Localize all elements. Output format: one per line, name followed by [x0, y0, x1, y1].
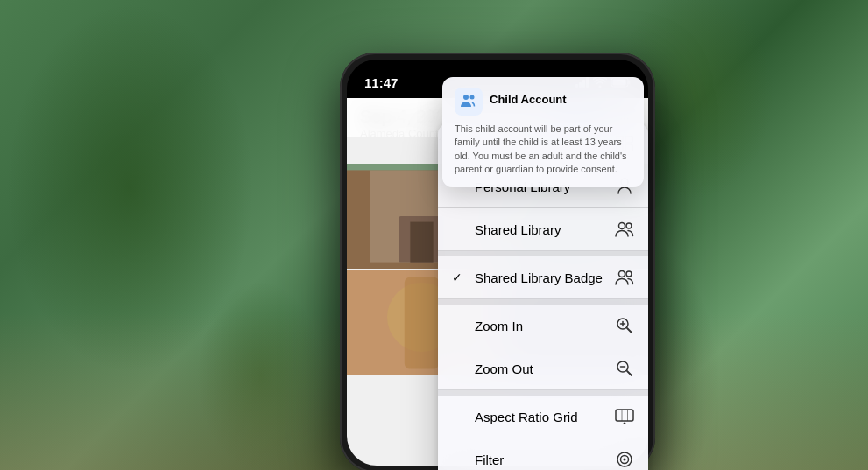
svg-line-28 [627, 328, 632, 333]
checkmark-shared-library [452, 222, 466, 236]
svg-point-37 [624, 423, 626, 425]
svg-point-23 [619, 223, 625, 229]
menu-label-aspect-ratio-grid: Aspect Ratio Grid [475, 410, 578, 424]
grid-icon [615, 407, 634, 426]
checkmark-filter [452, 452, 466, 466]
child-account-popup: Child Account This child account will be… [442, 77, 644, 187]
svg-rect-6 [410, 222, 433, 263]
menu-item-filter[interactable]: Filter [438, 438, 648, 470]
svg-point-26 [626, 271, 632, 277]
menu-item-zoom-out[interactable]: Zoom Out [438, 347, 648, 390]
menu-label-filter: Filter [475, 452, 504, 467]
svg-point-25 [619, 271, 625, 277]
menu-item-shared-library-badge[interactable]: ✓ Shared Library Badge [438, 256, 648, 299]
zoom-in-icon [615, 316, 634, 335]
svg-point-16 [463, 95, 469, 100]
checkmark-zoom-in [452, 319, 466, 333]
svg-rect-34 [616, 410, 633, 421]
menu-label-zoom-in: Zoom In [475, 319, 523, 333]
svg-point-40 [624, 459, 626, 461]
badge-shared-icon [615, 268, 634, 287]
checkmark-shared-library-badge: ✓ [452, 270, 466, 284]
svg-point-17 [470, 95, 475, 100]
shared-persons-icon [615, 220, 634, 239]
menu-label-shared-library-badge: Shared Library Badge [475, 270, 603, 285]
child-account-title: Child Account [490, 93, 567, 106]
menu-item-aspect-ratio-grid[interactable]: Aspect Ratio Grid [438, 396, 648, 438]
menu-item-shared-library[interactable]: Shared Library [438, 208, 648, 251]
checkmark-zoom-out [452, 361, 466, 375]
menu-label-shared-library: Shared Library [475, 222, 561, 237]
zoom-out-icon [615, 359, 634, 378]
family-icon [460, 93, 477, 110]
menu-label-zoom-out: Zoom Out [475, 361, 533, 376]
checkmark-aspect-ratio-grid [452, 410, 466, 424]
status-time: 11:47 [364, 75, 398, 90]
svg-point-24 [626, 223, 632, 228]
svg-line-32 [627, 371, 632, 375]
filter-icon [615, 450, 634, 469]
child-account-text: This child account will be part of your … [455, 123, 632, 177]
menu-item-zoom-in[interactable]: Zoom In [438, 305, 648, 347]
svg-rect-13 [405, 277, 439, 368]
